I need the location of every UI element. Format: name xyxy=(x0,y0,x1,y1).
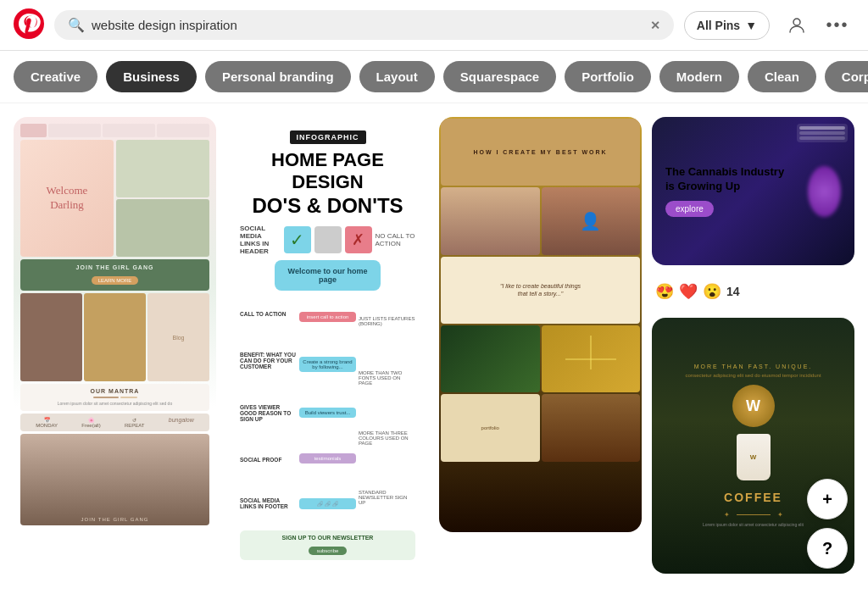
reaction-emoji-3: 😮 xyxy=(703,282,721,301)
category-business[interactable]: Business xyxy=(106,61,197,92)
svg-point-1 xyxy=(793,19,800,25)
profile-button[interactable] xyxy=(780,8,814,42)
category-creative[interactable]: Creative xyxy=(14,61,97,92)
category-modern[interactable]: Modern xyxy=(659,61,739,92)
pin-column-2: INFOGRAPHIC HOME PAGE DESIGN DO'S & DON'… xyxy=(226,117,429,574)
pin-column-3: HOW I CREATE MY BEST WORK 👤 "I like to c… xyxy=(439,117,642,574)
cannabis-decoration xyxy=(808,166,841,217)
pinterest-logo[interactable] xyxy=(14,8,44,42)
cannabis-title: The Cannabis Industry is Growing Up xyxy=(665,165,793,194)
infographic-label: INFOGRAPHIC xyxy=(290,130,366,144)
category-clean[interactable]: Clean xyxy=(748,61,816,92)
fab-container: + ? xyxy=(807,479,848,569)
coffee-tagline: MORE THAN FAST. UNIQUE. xyxy=(694,364,813,369)
label-social-media-footer: SOCIAL MEDIA LINKS IN FOOTER xyxy=(240,497,297,509)
pin-cannabis-industry[interactable]: The Cannabis Industry is Growing Up expl… xyxy=(652,117,854,265)
welcome-text: Welcome to our home page xyxy=(285,267,370,284)
reaction-emoji-1: 😍 xyxy=(655,282,674,301)
more-options-button[interactable]: ••• xyxy=(821,8,854,42)
pin-portfolio-collage[interactable]: HOW I CREATE MY BEST WORK 👤 "I like to c… xyxy=(439,117,642,532)
pin-column-1: WelcomeDarling JOIN THE GIRL GANG LEARN … xyxy=(14,117,216,574)
label-benefit: BENEFIT: WHAT YOU CAN DO FOR YOUR CUSTOM… xyxy=(240,352,297,369)
search-bar[interactable]: 🔍 ✕ xyxy=(54,10,674,40)
header: 🔍 ✕ All Pins ▼ ••• xyxy=(0,0,868,51)
pin-dos-donts[interactable]: INFOGRAPHIC HOME PAGE DESIGN DO'S & DON'… xyxy=(226,117,429,574)
add-fab-button[interactable]: + xyxy=(807,479,848,519)
label-more-colours: MORE THAN THREE COLOURS USED ON PAGE xyxy=(359,430,415,446)
all-pins-button[interactable]: All Pins ▼ xyxy=(684,11,770,40)
coffee-bag: W xyxy=(737,434,771,480)
category-layout[interactable]: Layout xyxy=(359,61,435,92)
category-squarespace[interactable]: Squarespace xyxy=(443,61,556,92)
coffee-title: COFFEE xyxy=(724,491,782,504)
dos-donts-title-line1: HOME PAGE DESIGN xyxy=(240,149,415,194)
reaction-count: 14 xyxy=(726,285,740,298)
coffee-logo: W xyxy=(732,385,775,427)
category-portfolio[interactable]: Portfolio xyxy=(565,61,651,92)
cannabis-text-block: The Cannabis Industry is Growing Up expl… xyxy=(665,165,793,217)
main-content: WelcomeDarling JOIN THE GIRL GANG LEARN … xyxy=(0,103,868,587)
label-more-fonts: MORE THAN TWO FONTS USED ON PAGE xyxy=(359,370,415,386)
dos-donts-title-line2: DO'S & DON'TS xyxy=(252,194,403,218)
cannabis-content: The Cannabis Industry is Growing Up expl… xyxy=(665,165,841,217)
label-newsletter: STANDARD NEWSLETTER SIGN UP xyxy=(359,490,415,505)
search-icon: 🔍 xyxy=(68,17,85,33)
search-input[interactable] xyxy=(92,18,643,32)
label-just-lists: JUST LISTS FEATURES (BORING) xyxy=(359,316,415,326)
label-gives-viewer: GIVES VIEWER GOOD REASON TO SIGN UP xyxy=(240,404,297,422)
category-pills: Creative Business Personal branding Layo… xyxy=(0,51,868,103)
pin-girl-gang[interactable]: WelcomeDarling JOIN THE GIRL GANG LEARN … xyxy=(14,117,216,532)
label-social-proof: SOCIAL PROOF xyxy=(240,457,297,463)
chevron-down-icon: ▼ xyxy=(745,19,757,32)
ellipsis-icon: ••• xyxy=(826,15,849,35)
header-icons: ••• xyxy=(780,8,854,42)
label-call-to-action: CALL TO ACTION xyxy=(240,311,297,317)
category-personal-branding[interactable]: Personal branding xyxy=(205,61,351,92)
reaction-emoji-2: ❤️ xyxy=(679,282,698,301)
clear-icon[interactable]: ✕ xyxy=(650,19,660,32)
category-corporate[interactable]: Corporate xyxy=(825,61,868,92)
help-fab-button[interactable]: ? xyxy=(807,528,848,569)
cannabis-explore-button[interactable]: explore xyxy=(665,201,714,217)
reaction-bar: 😍 ❤️ 😮 14 xyxy=(652,275,854,308)
